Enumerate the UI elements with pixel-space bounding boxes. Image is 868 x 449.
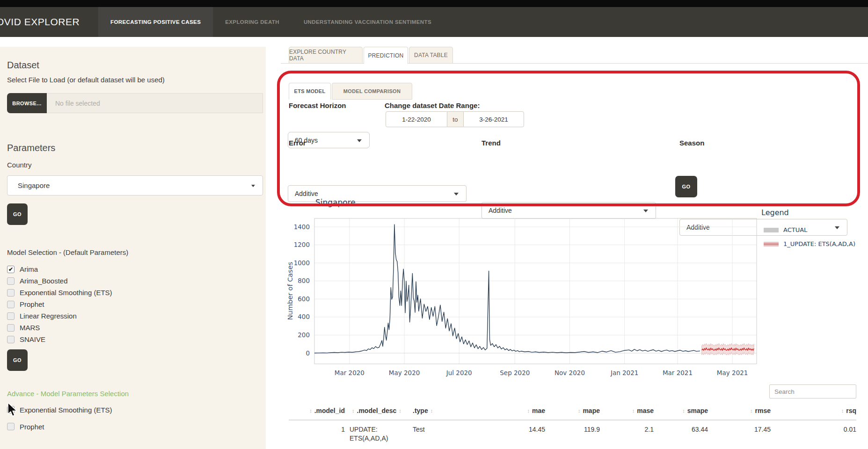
checkbox[interactable] — [7, 301, 15, 308]
model-checkbox-mars[interactable]: MARS — [7, 322, 112, 333]
column-header-rsq[interactable]: ↕rsq — [771, 403, 856, 419]
column-header-mae[interactable]: ↕mae — [468, 403, 545, 419]
checkbox-label: Prophet — [20, 300, 44, 308]
advance-checkbox-prophet[interactable]: Prophet — [7, 418, 112, 435]
advance-checkbox-exponential-smoothing-ets[interactable]: ✔Exponential Smoothing (ETS) — [7, 401, 112, 418]
legend-swatch-line — [764, 243, 779, 245]
subtab-model-comparison[interactable]: MODEL COMPARISON — [332, 83, 412, 100]
trend-select-value: Additive — [489, 207, 512, 214]
checkbox[interactable] — [7, 336, 15, 343]
forecast-horizon-label: Forecast Horizon — [289, 101, 346, 109]
checkbox-label: Exponential Smoothing (ETS) — [20, 406, 112, 414]
column-header-label: .model_id — [314, 407, 345, 414]
table-header-row: ↕.model_id↕.model_desc↕.type↕↕mae↕mape↕m… — [289, 403, 856, 419]
column-header-smape[interactable]: ↕smape — [654, 403, 708, 419]
checkbox-label: Arima — [20, 265, 38, 273]
chevron-down-icon — [835, 226, 839, 229]
sort-icon: ↕ — [682, 408, 685, 413]
y-tick-label: 1000 — [294, 259, 310, 267]
advance-checkbox-group: ✔Exponential Smoothing (ETS)Prophet — [7, 401, 112, 435]
trend-label: Trend — [481, 139, 501, 147]
legend-swatch — [764, 228, 779, 232]
actual-series-line — [314, 224, 700, 353]
legend-entry-1-update-ets-a-ad-a[interactable]: 1_UPDATE: ETS(A,AD,A) — [764, 240, 855, 247]
column-header-model-desc[interactable]: ↕.model_desc↕ — [345, 403, 408, 419]
column-header-model-id[interactable]: ↕.model_id — [289, 403, 345, 419]
column-header-label: smape — [687, 407, 708, 414]
country-go-button[interactable]: GO — [7, 203, 28, 225]
nav-item-understanding-vaccination-sentiments[interactable]: UNDERSTANDING VACCINATION SENTIMENTS — [292, 7, 444, 37]
y-tick-label: 200 — [298, 331, 310, 339]
model-selection-label: Model Selection - (Default Parameters) — [7, 248, 128, 256]
cell-rsq: 0.01 — [771, 420, 856, 448]
plot-frame — [314, 218, 757, 364]
sort-icon: ↕ — [578, 408, 581, 413]
y-tick-label: 0 — [306, 349, 310, 357]
checkbox[interactable] — [7, 423, 15, 430]
model-checkbox-arima[interactable]: ✔Arima — [7, 263, 112, 275]
legend-label: 1_UPDATE: ETS(A,AD,A) — [783, 240, 855, 247]
checkbox[interactable] — [7, 289, 15, 297]
subtab-ets-model[interactable]: ETS MODEL — [289, 83, 331, 100]
column-header-mape[interactable]: ↕mape — [545, 403, 600, 419]
forecast-chart[interactable]: Mar 2020May 2020Jul 2020Sep 2020Nov 2020… — [285, 216, 759, 379]
cell-model-desc: UPDATE: ETS(A,AD,A) — [345, 420, 408, 448]
model-checkbox-prophet[interactable]: Prophet — [7, 298, 112, 310]
dataset-heading: Dataset — [7, 60, 39, 71]
models-go-button[interactable]: GO — [7, 349, 28, 371]
checkbox[interactable] — [7, 324, 15, 332]
cell-smape: 63.44 — [654, 420, 708, 448]
checkbox[interactable] — [7, 277, 15, 285]
date-to-word: to — [447, 111, 463, 127]
column-header-rmse[interactable]: ↕rmse — [708, 403, 771, 419]
tab-data-table[interactable]: DATA TABLE — [409, 47, 453, 64]
legend-label: ACTUAL — [783, 226, 807, 233]
cell-mape: 119.9 — [545, 420, 600, 448]
x-tick-label: May 2020 — [389, 369, 420, 377]
x-tick-label: Jul 2020 — [446, 369, 472, 377]
error-select[interactable]: Additive — [288, 185, 467, 202]
sort-icon: ↕ — [750, 408, 753, 413]
column-header-type[interactable]: .type↕ — [408, 403, 468, 419]
x-tick-label: Nov 2020 — [554, 369, 585, 377]
file-input[interactable]: No file selected — [47, 93, 263, 113]
tab-explore-country-data[interactable]: EXPLORE COUNTRY DATA — [289, 47, 363, 64]
ets-go-button[interactable]: GO — [675, 176, 697, 197]
sort-icon: ↕ — [430, 408, 433, 413]
x-tick-label: Mar 2021 — [663, 369, 693, 377]
checkbox-label: Prophet — [20, 423, 44, 431]
top-navbar: OVID EXPLORER FORECASTING POSITIVE CASES… — [0, 7, 868, 37]
column-header-mase[interactable]: ↕mase — [600, 403, 654, 419]
checkbox-label: Exponential Smoothing (ETS) — [20, 289, 112, 297]
checkbox-label: SNAIVE — [20, 335, 45, 343]
advance-parameters-link[interactable]: Advance - Model Parameters Selection — [7, 390, 129, 398]
model-checkbox-exponential-smoothing-ets[interactable]: Exponential Smoothing (ETS) — [7, 287, 112, 298]
country-select[interactable]: Singapore — [7, 175, 263, 196]
date-until-input[interactable]: 3-26-2021 — [463, 111, 524, 127]
checkbox[interactable] — [7, 312, 15, 320]
y-axis-title: Number of Cases — [286, 262, 294, 320]
error-select-value: Additive — [295, 190, 318, 197]
column-header-label: mae — [532, 407, 545, 414]
checkbox[interactable]: ✔ — [7, 266, 15, 273]
nav-item-exploring-death[interactable]: EXPLORING DEATH — [213, 7, 292, 37]
browse-button[interactable]: BROWSE... — [7, 93, 47, 113]
x-tick-label: Jan 2021 — [610, 369, 638, 377]
legend-entry-actual[interactable]: ACTUAL — [764, 226, 807, 233]
table-search-input[interactable] — [769, 384, 856, 398]
sort-icon: ↕ — [309, 408, 312, 413]
cell-rmse: 17.45 — [708, 420, 771, 448]
season-label: Season — [679, 139, 704, 147]
nav-item-forecasting-positive-cases[interactable]: FORECASTING POSITIVE CASES — [98, 7, 213, 37]
model-checkbox-linear-regression[interactable]: Linear Regression — [7, 310, 112, 322]
y-tick-label: 1200 — [294, 241, 310, 248]
legend-title: Legend — [761, 208, 789, 217]
tab-prediction[interactable]: PREDICTION — [364, 47, 408, 64]
date-from-input[interactable]: 1-22-2020 — [386, 111, 447, 127]
model-checkbox-arima-boosted[interactable]: Arima_Boosted — [7, 275, 112, 287]
checkbox[interactable]: ✔ — [7, 406, 15, 413]
model-checkbox-snaive[interactable]: SNAIVE — [7, 333, 112, 345]
country-select-value: Singapore — [18, 181, 50, 189]
country-label: Country — [7, 161, 32, 169]
chart-title: Singapore — [315, 198, 356, 207]
